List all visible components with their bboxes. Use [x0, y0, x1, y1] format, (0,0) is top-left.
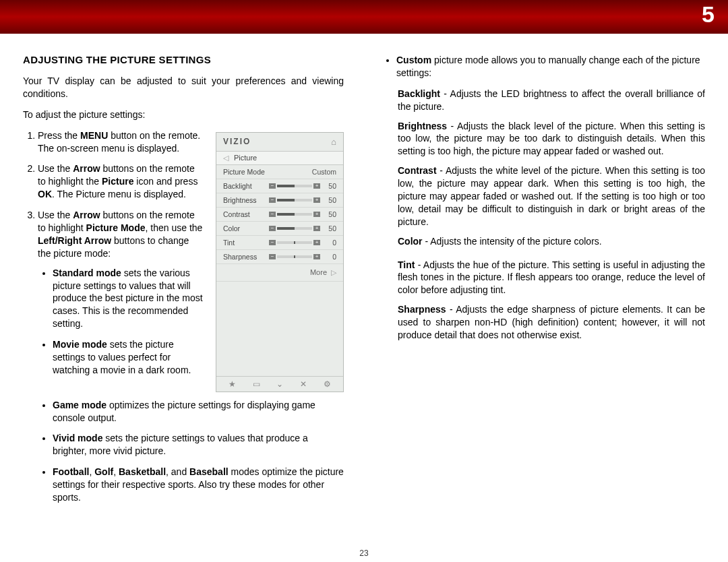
steps-list: Press the MENU button on the remote. The… [23, 129, 204, 377]
left-column: ADJUSTING THE PICTURE SETTINGS Your TV d… [23, 54, 344, 512]
plus-icon: + [313, 254, 320, 259]
section-title: ADJUSTING THE PICTURE SETTINGS [23, 54, 344, 65]
def-color: Color - Adjusts the intensity of the pic… [398, 235, 705, 248]
osd-row-picture-mode: Picture Mode Custom [216, 165, 343, 179]
osd-crumb-label: Picture [234, 154, 257, 162]
osd-row-color: Color −+ 50 [216, 222, 343, 236]
def-brightness: Brightness - Adjusts the black level of … [398, 120, 705, 158]
step-1: Press the MENU button on the remote. The… [38, 129, 204, 155]
wide-icon: ▭ [253, 379, 260, 389]
page-body: ADJUSTING THE PICTURE SETTINGS Your TV d… [0, 34, 728, 519]
back-icon: ◁ [223, 154, 229, 162]
def-sharpness: Sharpness - Adjusts the edge sharpness o… [398, 303, 705, 342]
chapter-number: 5 [702, 1, 715, 28]
mode-sports: Football, Golf, Basketball, and Baseball… [53, 466, 344, 504]
def-contrast: Contrast - Adjusts the white level of th… [398, 164, 705, 228]
chapter-header-bar: 5 [0, 0, 728, 34]
osd-row-sharpness: Sharpness −+ 0 [216, 250, 343, 264]
osd-footer-icons: ★ ▭ ⌄ ✕ ⚙ [216, 376, 343, 392]
steps-lead: To adjust the picture settings: [23, 108, 344, 121]
osd-breadcrumb: ◁ Picture [216, 151, 343, 165]
osd-row-tint: Tint −+ 0 [216, 236, 343, 250]
right-column: Custom picture mode allows you to manual… [384, 54, 705, 512]
osd-screenshot: VIZIO ⌂ ◁ Picture Picture Mode Custom Ba… [216, 132, 344, 392]
mode-movie: Movie mode sets the picture settings to … [53, 338, 204, 377]
close-icon: ✕ [300, 379, 307, 389]
def-backlight: Backlight - Adjusts the LED brightness t… [398, 88, 705, 113]
star-icon: ★ [229, 379, 236, 389]
intro-paragraph: Your TV display can be adjusted to suit … [23, 75, 344, 100]
plus-icon: + [313, 240, 320, 245]
mode-game: Game mode optimizes the picture settings… [53, 399, 344, 425]
mode-vivid: Vivid mode sets the picture settings to … [53, 432, 344, 458]
mode-standard: Standard mode sets the various picture s… [53, 267, 204, 330]
plus-icon: + [313, 212, 320, 217]
osd-row-contrast: Contrast −+ 50 [216, 208, 343, 222]
plus-icon: + [313, 183, 320, 189]
chevron-right-icon: ▷ [331, 268, 336, 276]
minus-icon: − [269, 254, 276, 259]
def-tint: Tint - Adjusts the hue of the picture. T… [398, 259, 705, 297]
minus-icon: − [269, 197, 276, 203]
osd-more-row: More▷ [216, 264, 343, 282]
osd-row-brightness: Brightness −+ 50 [216, 193, 343, 208]
minus-icon: − [269, 240, 276, 245]
chevron-down-icon: ⌄ [276, 379, 283, 389]
minus-icon: − [269, 226, 276, 231]
gear-icon: ⚙ [324, 379, 331, 389]
mode-custom: Custom picture mode allows you to manual… [396, 54, 705, 80]
minus-icon: − [269, 212, 276, 217]
osd-row-backlight: Backlight −+ 50 [216, 179, 343, 193]
step-2: Use the Arrow buttons on the remote to h… [38, 162, 204, 201]
plus-icon: + [313, 197, 320, 203]
page-number: 23 [0, 549, 728, 558]
osd-rows: Picture Mode Custom Backlight −+ 50 Brig… [216, 165, 343, 264]
mode-custom-list: Custom picture mode allows you to manual… [384, 54, 705, 80]
home-icon: ⌂ [331, 137, 336, 147]
osd-brand: VIZIO [223, 137, 251, 146]
modes-continued: Game mode optimizes the picture settings… [23, 399, 344, 504]
plus-icon: + [313, 226, 320, 231]
custom-definitions: Backlight - Adjusts the LED brightness t… [384, 88, 705, 342]
minus-icon: − [269, 183, 276, 189]
step-3: Use the Arrow buttons on the remote to h… [38, 209, 204, 377]
